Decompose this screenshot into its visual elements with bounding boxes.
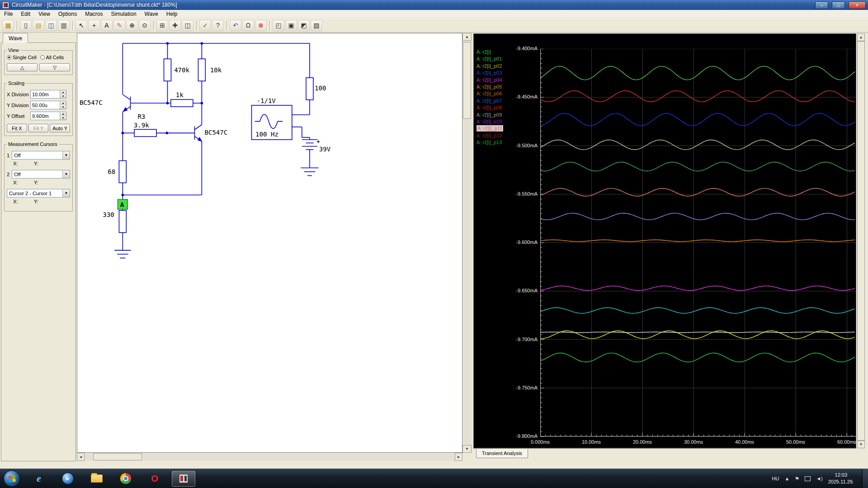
y-division-input[interactable] bbox=[31, 101, 60, 109]
waveform-scrollbar[interactable]: ▲ ▼ bbox=[857, 33, 865, 448]
scroll-up-button[interactable]: ▲ bbox=[462, 33, 472, 41]
menu-macros[interactable]: Macros bbox=[81, 10, 107, 18]
resistor-470k[interactable] bbox=[164, 59, 171, 81]
legend-item[interactable]: A: r2[i]_p05 bbox=[476, 84, 502, 90]
x-division-input[interactable] bbox=[31, 90, 60, 98]
resistor-r3-3k9[interactable] bbox=[134, 129, 156, 136]
scroll-up-button[interactable]: ▲ bbox=[857, 33, 865, 41]
help-icon[interactable]: ? bbox=[212, 20, 224, 31]
fit-x-button[interactable]: Fit X bbox=[7, 124, 27, 132]
all-cells-radio[interactable]: All Cells bbox=[40, 55, 64, 60]
legend-item[interactable]: A: r2[i]_p03 bbox=[476, 70, 502, 76]
save-icon[interactable]: ◫ bbox=[45, 20, 57, 31]
schematic-vertical-scrollbar[interactable]: ▲ ▼ bbox=[462, 33, 472, 453]
start-button[interactable] bbox=[4, 470, 20, 487]
scrollbar-thumb[interactable] bbox=[93, 453, 142, 460]
dropdown-arrow-icon[interactable]: ▼ bbox=[62, 151, 70, 159]
battery-39v[interactable] bbox=[302, 137, 317, 150]
text-tool-icon[interactable]: A bbox=[101, 20, 113, 31]
legend-item[interactable]: A: r2[i] bbox=[476, 49, 491, 55]
tab-wave[interactable]: Wave bbox=[3, 33, 28, 43]
spin-down-icon[interactable]: ▾ bbox=[60, 116, 66, 120]
menu-view[interactable]: View bbox=[34, 10, 54, 18]
clock[interactable]: 12:03 2025.11.29. bbox=[828, 472, 854, 485]
hidden-icons-button[interactable]: ▲ bbox=[784, 476, 789, 481]
action-center-icon[interactable]: ⚑ bbox=[795, 476, 799, 482]
close-button[interactable]: × bbox=[849, 1, 866, 9]
scroll-right-button[interactable]: ► bbox=[455, 453, 462, 461]
spin-up-icon[interactable]: ▴ bbox=[60, 101, 66, 105]
internet-explorer-icon[interactable]: e bbox=[27, 471, 51, 487]
reset-icon[interactable]: ↶ bbox=[230, 20, 241, 31]
show-desktop-button[interactable] bbox=[862, 469, 868, 488]
probe-tool-icon[interactable]: Ω bbox=[242, 20, 254, 31]
media-player-icon[interactable]: ▶ bbox=[56, 471, 80, 487]
maximize-button[interactable]: □ bbox=[832, 1, 845, 9]
spin-up-icon[interactable]: ▴ bbox=[60, 112, 66, 116]
menu-simulation[interactable]: Simulation bbox=[107, 10, 141, 18]
chrome-icon[interactable] bbox=[114, 471, 137, 487]
scroll-down-button[interactable]: ▼ bbox=[857, 441, 865, 448]
transistor-bc547c-2[interactable] bbox=[194, 125, 202, 142]
select-tool-icon[interactable]: ↖ bbox=[75, 20, 87, 31]
wire-tool-icon[interactable]: + bbox=[88, 20, 100, 31]
stop-simulation-icon[interactable]: ⊗ bbox=[255, 20, 267, 31]
scrollbar-thumb[interactable] bbox=[463, 42, 471, 119]
resistor-10k[interactable] bbox=[198, 59, 205, 81]
resistor-330[interactable] bbox=[119, 211, 126, 233]
fit-page-icon[interactable]: ⊞ bbox=[156, 20, 168, 31]
menu-edit[interactable]: Edit bbox=[17, 10, 34, 18]
keyboard-layout[interactable]: HU bbox=[772, 476, 779, 481]
schematic-horizontal-scrollbar[interactable]: ◄ ► bbox=[77, 453, 462, 461]
previous-cell-button[interactable]: △ bbox=[7, 63, 38, 71]
spin-down-icon[interactable]: ▾ bbox=[60, 105, 66, 109]
zoom-tool-icon[interactable]: ⊙ bbox=[139, 20, 151, 31]
menu-file[interactable]: File bbox=[0, 10, 17, 18]
ground-symbol-right[interactable] bbox=[301, 168, 318, 175]
legend-item[interactable]: A: r2[i]_p08 bbox=[476, 104, 502, 111]
cursor2-select[interactable]: Off ▼ bbox=[12, 170, 70, 178]
run-analyses-icon[interactable]: ◰ bbox=[273, 20, 284, 31]
oscilloscope-icon[interactable]: ▨ bbox=[311, 20, 322, 31]
volume-icon[interactable]: ◄) bbox=[816, 476, 823, 481]
waveform-display[interactable]: A: r2[i]A: r2[i]_p01A: r2[i]_p02A: r2[i]… bbox=[473, 33, 856, 448]
open-file-icon[interactable]: ▤ bbox=[33, 20, 44, 31]
print-icon[interactable]: ▥ bbox=[58, 20, 70, 31]
scrollbar-thumb[interactable] bbox=[857, 41, 865, 441]
dropdown-arrow-icon[interactable]: ▼ bbox=[62, 170, 70, 178]
legend-item[interactable]: A: r2[i]_p09 bbox=[476, 112, 502, 118]
scroll-left-button[interactable]: ◄ bbox=[77, 453, 85, 461]
tab-transient-analysis[interactable]: Transient Analysis bbox=[476, 449, 528, 458]
legend-item[interactable]: A: r2[i]_p04 bbox=[476, 77, 502, 83]
minimize-button[interactable]: – bbox=[815, 1, 828, 9]
delete-tool-icon[interactable]: ✎ bbox=[113, 20, 125, 31]
cursor1-select[interactable]: Off ▼ bbox=[12, 151, 70, 160]
legend-item[interactable]: A: r2[i]_p12 bbox=[476, 132, 502, 139]
legend-item[interactable]: A: r2[i]_p01 bbox=[476, 56, 502, 62]
legend-item[interactable]: A: r2[i]_p10 bbox=[476, 118, 502, 125]
resistor-68[interactable] bbox=[119, 161, 126, 183]
circuitmaker-taskbar-icon[interactable] bbox=[172, 471, 195, 487]
digital-display-icon[interactable]: ◩ bbox=[298, 20, 310, 31]
fit-y-button[interactable]: Fit Y bbox=[28, 124, 49, 132]
ground-symbol-left[interactable] bbox=[114, 250, 131, 258]
resistor-1k[interactable] bbox=[171, 99, 193, 107]
next-cell-button[interactable]: ▽ bbox=[39, 63, 70, 71]
parts-browser-icon[interactable]: ▦ bbox=[2, 20, 14, 31]
menu-options[interactable]: Options bbox=[54, 10, 81, 18]
transistor-bc547c-1[interactable] bbox=[123, 95, 130, 112]
new-file-icon[interactable]: ▯ bbox=[20, 20, 32, 31]
scroll-down-button[interactable]: ▼ bbox=[462, 445, 472, 453]
menu-wave[interactable]: Wave bbox=[141, 10, 162, 18]
opera-icon[interactable]: O bbox=[143, 471, 166, 487]
zoom-in-tool-icon[interactable]: ⊕ bbox=[126, 20, 138, 31]
spin-up-icon[interactable]: ▴ bbox=[60, 90, 66, 94]
digital-option-icon[interactable]: ✓ bbox=[199, 20, 211, 31]
schematic-canvas[interactable]: BC547C 470k 10k 1k R3 3.9k BC547C 100 -1… bbox=[77, 33, 462, 453]
file-explorer-icon[interactable] bbox=[85, 471, 108, 487]
single-cell-radio[interactable]: Single Cell bbox=[7, 55, 37, 60]
spin-down-icon[interactable]: ▾ bbox=[60, 94, 66, 99]
waveforms-window-icon[interactable]: ▣ bbox=[285, 20, 297, 31]
legend-item[interactable]: A: r2[i]_p02 bbox=[476, 63, 502, 69]
y-offset-input[interactable] bbox=[31, 112, 60, 120]
